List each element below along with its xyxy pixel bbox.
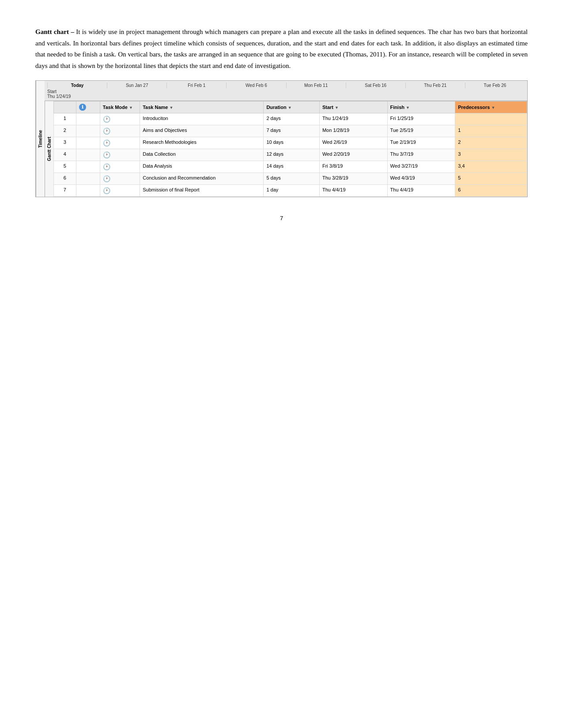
task-start-cell: Thu 3/28/19 [319,173,387,185]
gantt-chart-heading: Gantt chart – [35,28,74,35]
th-task-mode: Task Mode ▼ [100,101,140,113]
page-number: 7 [35,215,528,221]
task-mode-cell: 🕐 [100,149,140,161]
task-mode-chevron[interactable]: ▼ [129,105,133,110]
table-row: 3 🕐 Research Methodologies 10 days Wed 2… [54,137,527,149]
gantt-right-panel: Today Sun Jan 27 Fri Feb 1 Wed Feb 6 Mon… [45,81,527,197]
start-col-label: Start [322,105,333,110]
table-wrapper: Gantt Chart ℹ Task Mode [45,101,527,197]
task-predecessors-cell: 6 [455,185,527,197]
task-mode-cell: 🕐 [100,125,140,137]
task-name-cell: Data Collection [140,149,264,161]
table-header-row: ℹ Task Mode ▼ Task Name ▼ [54,101,527,113]
task-icon-cell [76,173,100,185]
task-num: 7 [54,185,76,197]
task-name-cell: Conclusion and Recommendation [140,173,264,185]
task-predecessors-cell: 2 [455,137,527,149]
task-finish-cell: Tue 2/19/19 [387,137,455,149]
task-duration-cell: 7 days [264,125,320,137]
task-mode-cell: 🕐 [100,173,140,185]
task-mode-cell: 🕐 [100,137,140,149]
task-predecessors-cell: 3 [455,149,527,161]
body-text-content: It is widely use in project management t… [35,28,528,69]
timeline-date-feb6: Wed Feb 6 [226,83,286,88]
task-name-cell: Introduciton [140,113,264,125]
task-num: 5 [54,161,76,173]
task-icon-cell [76,185,100,197]
finish-chevron[interactable]: ▼ [406,105,410,110]
task-num: 6 [54,173,76,185]
table-row: 2 🕐 Aims and Objectives 7 days Mon 1/28/… [54,125,527,137]
predecessors-label: Predecessors [458,105,490,110]
timeline-date-feb1: Fri Feb 1 [166,83,226,88]
th-duration: Duration ▼ [264,101,320,113]
task-mode-icon: 🕐 [103,151,110,158]
timeline-dates-row: Today Sun Jan 27 Fri Feb 1 Wed Feb 6 Mon… [47,83,525,88]
gantt-table: ℹ Task Mode ▼ Task Name ▼ [53,101,527,197]
th-predecessors: Predecessors ▼ [455,101,527,113]
table-scroll-area: ℹ Task Mode ▼ Task Name ▼ [53,101,527,197]
th-num [54,101,76,113]
table-row: 6 🕐 Conclusion and Recommendation 5 days… [54,173,527,185]
task-start-cell: Wed 2/20/19 [319,149,387,161]
task-start-cell: Thu 4/4/19 [319,185,387,197]
task-mode-label: Task Mode [103,105,128,110]
task-duration-cell: 2 days [264,113,320,125]
task-duration-cell: 10 days [264,137,320,149]
task-icon-cell [76,125,100,137]
task-num: 3 [54,137,76,149]
task-duration-cell: 1 day [264,185,320,197]
th-info: ℹ [76,101,100,113]
task-name-chevron[interactable]: ▼ [170,105,174,110]
task-predecessors-cell [455,113,527,125]
timeline-date-jan27: Sun Jan 27 [107,83,166,88]
task-icon-cell [76,149,100,161]
predecessors-chevron[interactable]: ▼ [491,105,495,110]
task-icon-cell [76,137,100,149]
duration-chevron[interactable]: ▼ [288,105,292,110]
timeline-date-feb16: Sat Feb 16 [346,83,405,88]
timeline-label: Timeline [36,81,45,197]
task-mode-icon: 🕐 [103,128,110,135]
task-mode-cell: 🕐 [100,113,140,125]
duration-label: Duration [266,105,286,110]
info-icon: ℹ [79,104,86,111]
task-duration-cell: 5 days [264,173,320,185]
task-mode-icon: 🕐 [103,175,110,182]
start-info: Start Thu 1/24/19 [47,89,525,99]
task-mode-icon: 🕐 [103,187,110,194]
task-mode-cell: 🕐 [100,185,140,197]
task-mode-icon: 🕐 [103,116,110,123]
th-start: Start ▼ [319,101,387,113]
timeline-date-feb11: Mon Feb 11 [286,83,346,88]
task-num: 2 [54,125,76,137]
task-duration-cell: 14 days [264,161,320,173]
task-name-cell: Data Analysis [140,161,264,173]
task-name-cell: Submission of final Report [140,185,264,197]
th-finish: Finish ▼ [387,101,455,113]
task-finish-cell: Thu 3/7/19 [387,149,455,161]
gantt-chart-container: Timeline Today Sun Jan 27 Fri Feb 1 Wed … [35,80,528,197]
gantt-chart-vertical-label: Gantt Chart [45,101,53,197]
task-icon-cell [76,161,100,173]
task-finish-cell: Fri 1/25/19 [387,113,455,125]
table-row: 7 🕐 Submission of final Report 1 day Thu… [54,185,527,197]
table-row: 4 🕐 Data Collection 12 days Wed 2/20/19 … [54,149,527,161]
timeline-date-today: Today [47,83,107,88]
timeline-date-feb21: Thu Feb 21 [405,83,465,88]
task-icon-cell [76,113,100,125]
task-start-cell: Thu 1/24/19 [319,113,387,125]
body-paragraph: Gantt chart – It is widely use in projec… [35,26,528,71]
finish-label: Finish [390,105,404,110]
task-start-cell: Wed 2/6/19 [319,137,387,149]
start-chevron[interactable]: ▼ [335,105,339,110]
task-mode-cell: 🕐 [100,161,140,173]
task-finish-cell: Wed 3/27/19 [387,161,455,173]
task-finish-cell: Wed 4/3/19 [387,173,455,185]
timeline-bar: Today Sun Jan 27 Fri Feb 1 Wed Feb 6 Mon… [45,81,527,101]
task-predecessors-cell: 1 [455,125,527,137]
task-name-cell: Aims and Objectives [140,125,264,137]
task-finish-cell: Tue 2/5/19 [387,125,455,137]
task-start-cell: Mon 1/28/19 [319,125,387,137]
table-row: 5 🕐 Data Analysis 14 days Fri 3/8/19 Wed… [54,161,527,173]
